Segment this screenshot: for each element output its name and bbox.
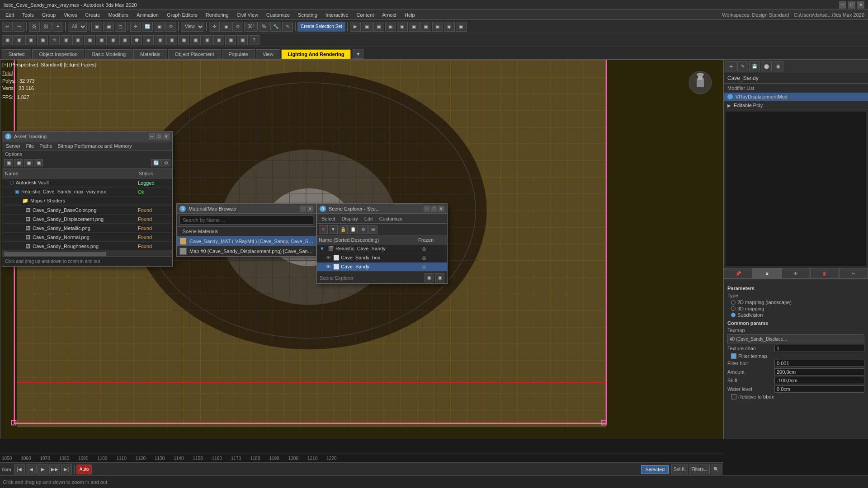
se-tb-expand[interactable]: ⊞: [368, 225, 377, 234]
relative-bbox-checkbox[interactable]: [731, 394, 736, 399]
mod-show-button[interactable]: 👁: [782, 268, 811, 279]
at-maximize-button[interactable]: □: [156, 133, 162, 140]
tb2-btn-20[interactable]: ▣: [225, 35, 236, 45]
filters-button[interactable]: Filters...: [689, 465, 710, 474]
at-row-vault[interactable]: ⬡Autodesk Vault Logged: [2, 178, 172, 188]
move-button[interactable]: ✛: [130, 22, 141, 32]
set-k-button[interactable]: Set K.: [671, 465, 688, 474]
select-region-button[interactable]: ▣: [103, 22, 114, 32]
tb2-btn-18[interactable]: ▣: [202, 35, 212, 45]
se-tb-filter[interactable]: ▼: [329, 225, 338, 234]
at-menu-paths[interactable]: Paths: [38, 143, 54, 149]
se-row-cave-sandy[interactable]: 👁 ⬜ Cave_Sandy ⊕: [317, 263, 447, 272]
menu-civil-view[interactable]: Civil View: [233, 11, 262, 19]
anim-first-frame[interactable]: |◀: [14, 465, 25, 474]
se-tb-delete[interactable]: ✕: [319, 225, 328, 234]
menu-views[interactable]: Views: [60, 11, 80, 19]
snap-button[interactable]: ▣: [221, 22, 231, 32]
mb-search-input[interactable]: [179, 216, 313, 225]
tb2-btn-13[interactable]: ◉: [143, 35, 154, 45]
radio-2d[interactable]: [731, 300, 736, 305]
at-minimize-button[interactable]: ─: [149, 133, 155, 140]
tab-object-inspection[interactable]: Object Inspection: [32, 49, 84, 59]
se-minimize-button[interactable]: ─: [424, 206, 430, 212]
at-row-maxfile[interactable]: ▣Realistic_Cave_Sandy_max_vray.max Ok: [2, 188, 172, 197]
filter-dropdown[interactable]: All: [68, 22, 87, 32]
tab-view[interactable]: View: [256, 49, 280, 59]
rp-edit-button[interactable]: ✎: [737, 61, 748, 71]
at-row-normal[interactable]: 🖼Cave_Sandy_Normal.png Found: [2, 233, 172, 242]
tb2-btn-6[interactable]: ▣: [61, 35, 71, 45]
tb2-btn-21[interactable]: ▣: [237, 35, 248, 45]
mat-editor-button[interactable]: ▣: [373, 22, 384, 32]
modifier-editable-poly[interactable]: ▶ Editable Poly: [724, 101, 868, 110]
render-frame-button[interactable]: ▣: [409, 22, 420, 32]
tab-object-placement[interactable]: Object Placement: [168, 49, 221, 59]
anim-last-frame[interactable]: ▶|: [61, 465, 72, 474]
anim-next-frame[interactable]: ▶▶: [49, 465, 60, 474]
tb2-btn-7[interactable]: ▣: [72, 35, 83, 45]
view-dropdown[interactable]: View: [181, 22, 204, 32]
mod-cut-button[interactable]: ✂: [839, 268, 868, 279]
redo-button[interactable]: ↪: [14, 22, 24, 32]
tb2-btn-10[interactable]: ▣: [108, 35, 118, 45]
undo-button[interactable]: ↩: [2, 22, 13, 32]
scale-button[interactable]: ▣: [154, 22, 165, 32]
modifier-vray[interactable]: VRayDisplacementMod: [724, 93, 868, 101]
at-row-metallic[interactable]: 🖼Cave_Sandy_Metallic.png Found: [2, 224, 172, 233]
menu-content[interactable]: Content: [353, 11, 378, 19]
rotate-button[interactable]: 🔄: [142, 22, 153, 32]
se-tb-settings[interactable]: ⚙: [359, 225, 368, 234]
pivot-button[interactable]: ✛: [209, 22, 220, 32]
menu-edit[interactable]: Edit: [2, 11, 18, 19]
anim-prev-frame[interactable]: ◀: [26, 465, 37, 474]
tb2-btn-5[interactable]: ⟲: [49, 35, 60, 45]
se-close-button[interactable]: ✕: [438, 206, 444, 212]
radio-3d-row[interactable]: 3D mapping: [731, 306, 864, 311]
tab-materials[interactable]: Materials: [133, 49, 167, 59]
menu-arnold[interactable]: Arnold: [378, 11, 400, 19]
se-frozen-drag-1[interactable]: ⊕: [422, 255, 426, 261]
texmap-value-btn[interactable]: #0 (Cave_Sandy_Displace...: [727, 334, 864, 343]
se-row-box[interactable]: 👁 ⬜ Cave_Sandy_box ⊕: [317, 253, 447, 263]
se-status-btn-2[interactable]: ▣: [435, 273, 444, 282]
se-menu-edit[interactable]: Edit: [362, 215, 376, 222]
menu-interactive[interactable]: Interactive: [322, 11, 352, 19]
tb2-btn-19[interactable]: ▣: [213, 35, 224, 45]
rp-sphere-button[interactable]: ⬤: [761, 61, 772, 71]
spinner-snap-button[interactable]: %: [259, 22, 269, 32]
se-menu-select[interactable]: Select: [319, 215, 338, 222]
radio-3d[interactable]: [731, 306, 736, 311]
tb2-btn-14[interactable]: ▣: [155, 35, 165, 45]
close-button[interactable]: ✕: [857, 1, 864, 9]
menu-tools[interactable]: Tools: [19, 11, 38, 19]
lasso-button[interactable]: ◻: [115, 22, 126, 32]
at-menu-server[interactable]: Server: [4, 143, 22, 149]
viewport-indicator[interactable]: [+] [Perspective] [Standard] [Edged Face…: [2, 62, 96, 67]
bind-button[interactable]: ✦: [52, 22, 63, 32]
menu-rendering[interactable]: Rendering: [202, 11, 232, 19]
radio-2d-row[interactable]: 2D mapping (landscape): [731, 300, 864, 305]
anim-play[interactable]: ▶: [38, 465, 48, 474]
tb2-btn-4[interactable]: ▣: [37, 35, 48, 45]
select-button[interactable]: ▣: [91, 22, 102, 32]
se-status-btn-1[interactable]: ▣: [425, 273, 434, 282]
at-row-displacement[interactable]: 🖼Cave_Sandy_Displacement.png Found: [2, 215, 172, 224]
mb-row-cave-mat[interactable]: Cave_Sandy_MAT ( VRayMtl ) [Cave_Sandy, …: [177, 236, 316, 246]
mb-minimize-button[interactable]: ─: [300, 206, 306, 212]
at-tb-btn-6[interactable]: ⚙: [161, 159, 170, 167]
timeline[interactable]: 1050 1060 1070 1080 1090 1100 1110 1120 …: [0, 454, 723, 463]
anim-search-button[interactable]: 🔍: [711, 465, 722, 474]
tb2-btn-15[interactable]: ▣: [166, 35, 177, 45]
rp-plus-button[interactable]: +: [726, 61, 736, 71]
menu-animation[interactable]: Animation: [133, 11, 162, 19]
filter-texmap-checkbox[interactable]: [731, 353, 736, 359]
tab-lighting-rendering[interactable]: Lighting And Rendering: [281, 49, 351, 59]
unlink-button[interactable]: ⛓: [41, 22, 52, 32]
schematic-button[interactable]: ▣: [362, 22, 373, 32]
mod-pin-button[interactable]: 📌: [724, 268, 753, 279]
at-row-maps[interactable]: 📁Maps / Shaders: [2, 197, 172, 206]
render-view-button[interactable]: ▣: [420, 22, 431, 32]
mod-delete-button[interactable]: 🗑: [810, 268, 839, 279]
render-preview-button[interactable]: ▣: [456, 22, 467, 32]
